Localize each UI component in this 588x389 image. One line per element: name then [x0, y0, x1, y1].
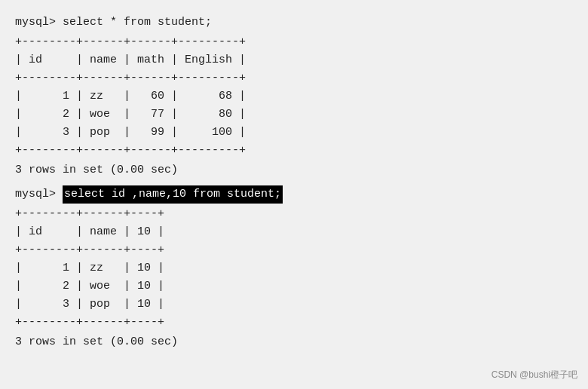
table2-sep-top: +--------+------+----+	[15, 205, 573, 223]
table2-sep-mid: +--------+------+----+	[15, 241, 573, 259]
table2: +--------+------+----+ | id | name | 10 …	[15, 205, 573, 332]
query2-line: mysql> select id ,name,10 from student;	[15, 185, 573, 204]
table1-header: | id | name | math | English |	[15, 51, 573, 69]
table1-sep-mid: +--------+------+------+---------+	[15, 69, 573, 87]
table2-row2: | 2 | woe | 10 |	[15, 277, 573, 296]
result1: 3 rows in set (0.00 sec)	[15, 161, 573, 179]
prompt1: mysql>	[15, 14, 63, 32]
command2: select id ,name,10 from student;	[63, 185, 283, 204]
table2-row1: | 1 | zz | 10 |	[15, 259, 573, 277]
table1-row1: | 1 | zz | 60 | 68 |	[15, 87, 573, 106]
table2-sep-bot: +--------+------+----+	[15, 314, 573, 332]
watermark: CSDN @bushi橙子吧	[492, 369, 577, 381]
table1-row2: | 2 | woe | 77 | 80 |	[15, 106, 573, 124]
command1: select * from student;	[63, 14, 212, 32]
table1-row3: | 3 | pop | 99 | 100 |	[15, 124, 573, 142]
table1-sep-top: +--------+------+------+---------+	[15, 33, 573, 51]
table1: +--------+------+------+---------+ | id …	[15, 33, 573, 160]
table1-sep-bot: +--------+------+------+---------+	[15, 142, 573, 160]
table2-header: | id | name | 10 |	[15, 223, 573, 241]
result2: 3 rows in set (0.00 sec)	[15, 333, 573, 351]
prompt2: mysql>	[15, 185, 63, 204]
query1-line: mysql> select * from student;	[15, 14, 573, 32]
terminal: mysql> select * from student; +--------+…	[0, 0, 588, 371]
table2-row3: | 3 | pop | 10 |	[15, 296, 573, 314]
